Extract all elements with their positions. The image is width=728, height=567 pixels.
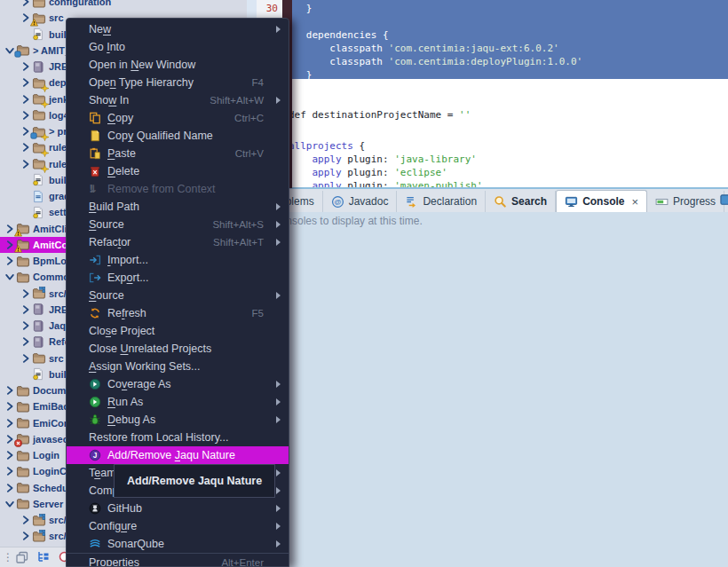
debug-icon bbox=[89, 413, 102, 427]
menu-item-refactor[interactable]: Refactor Shift+Alt+T bbox=[67, 233, 289, 251]
blue-badge-icon bbox=[14, 51, 22, 59]
svg-text:@: @ bbox=[334, 198, 341, 206]
chevron-right-icon[interactable] bbox=[20, 515, 31, 526]
menu-item-delete[interactable]: Delete bbox=[67, 162, 289, 180]
chevron-right-icon[interactable] bbox=[20, 142, 31, 154]
javadoc-icon: @ bbox=[331, 195, 344, 209]
menu-item-label: Export... bbox=[107, 272, 149, 284]
menu-item-go-into[interactable]: Go Into bbox=[67, 38, 289, 56]
chevron-right-icon[interactable] bbox=[4, 450, 15, 461]
menu-item-properties[interactable]: Properties Alt+Enter bbox=[67, 553, 289, 567]
menu-item-new[interactable]: New bbox=[67, 20, 289, 38]
console-icon bbox=[565, 195, 578, 209]
menu-item-sonarqube[interactable]: SonarQube bbox=[67, 535, 289, 553]
export-icon bbox=[89, 272, 102, 285]
project-icon bbox=[16, 497, 30, 510]
github-icon bbox=[89, 502, 102, 516]
menu-item-import[interactable]: Import... bbox=[67, 251, 289, 269]
menu-item-source[interactable]: Source bbox=[67, 287, 289, 304]
bottom-view-tabbar: Problems @ Javadoc Declaration Search Co… bbox=[243, 187, 728, 212]
menu-item-label: Copy Qualified Name bbox=[107, 130, 213, 142]
menu-item-restore-from-local-history[interactable]: Restore from Local History... bbox=[67, 429, 289, 446]
tab-declaration[interactable]: Declaration bbox=[397, 191, 486, 212]
menu-item-export[interactable]: Export... bbox=[67, 269, 289, 287]
menu-item-source-java[interactable]: Source Shift+Alt+S bbox=[67, 216, 289, 233]
menu-item-label: Build Path bbox=[89, 201, 139, 213]
submenu-arrow-icon bbox=[276, 26, 281, 33]
pkg-folder-icon bbox=[32, 287, 46, 300]
chevron-right-icon[interactable] bbox=[4, 401, 15, 413]
menu-item-assign-working-sets[interactable]: Assign Working Sets... bbox=[67, 358, 289, 375]
progress-icon bbox=[655, 195, 669, 209]
chevron-right-icon[interactable] bbox=[4, 256, 15, 267]
chevron-right-icon[interactable] bbox=[20, 303, 31, 315]
menu-item-label: Source bbox=[89, 218, 124, 231]
tab-label: Javadoc bbox=[349, 195, 389, 208]
restore-windows-icon[interactable] bbox=[15, 550, 29, 564]
tree-view-icon[interactable] bbox=[36, 550, 51, 564]
menu-item-close-project[interactable]: Close Project bbox=[67, 322, 289, 340]
gradle-editor[interactable]: } dependencies { classpath 'com.centimia… bbox=[282, 0, 728, 188]
chevron-right-icon[interactable] bbox=[20, 61, 31, 73]
menu-item-add-remove-jaqu-nature[interactable]: J Add/Remove Jaqu Nature bbox=[67, 446, 289, 464]
menu-item-coverage-as[interactable]: Coverage As bbox=[67, 375, 289, 393]
chevron-down-icon[interactable] bbox=[4, 498, 15, 509]
tree-item-configuration[interactable]: configuration bbox=[0, 0, 247, 10]
menu-item-build-path[interactable]: Build Path bbox=[67, 198, 289, 216]
menu-item-configure[interactable]: Configure bbox=[67, 517, 289, 535]
close-tab-icon[interactable]: × bbox=[631, 195, 638, 209]
submenu-arrow-icon bbox=[276, 239, 281, 246]
code-line: dependencies { bbox=[289, 28, 389, 42]
menu-item-remove-from-context[interactable]: !↓ Remove from Context bbox=[67, 180, 289, 198]
code-line: allprojects { bbox=[289, 139, 365, 153]
menu-item-show-in[interactable]: Show In Shift+Alt+W bbox=[67, 91, 289, 109]
tab-console[interactable]: Console × bbox=[556, 190, 647, 212]
chevron-right-icon[interactable] bbox=[20, 158, 31, 169]
chevron-right-icon[interactable] bbox=[20, 93, 31, 105]
chevron-right-icon[interactable] bbox=[20, 352, 31, 364]
chevron-right-icon[interactable] bbox=[20, 77, 31, 89]
menu-item-refresh[interactable]: Refresh F5 bbox=[67, 304, 289, 322]
submenu-arrow-icon bbox=[276, 292, 281, 299]
search-icon bbox=[494, 195, 507, 209]
chevron-right-icon[interactable] bbox=[4, 482, 15, 493]
menu-item-open-type-hierarchy[interactable]: Open Type Hierarchy F4 bbox=[67, 74, 289, 91]
code-line: def destinationProjectName = '' bbox=[289, 108, 471, 122]
coverage-icon bbox=[89, 378, 102, 391]
library-icon bbox=[32, 303, 46, 316]
chevron-right-icon[interactable] bbox=[20, 336, 31, 348]
error-badge-icon bbox=[14, 439, 22, 447]
menu-item-github[interactable]: GitHub bbox=[67, 500, 289, 517]
menu-item-close-unrelated-projects[interactable]: Close Unrelated Projects bbox=[67, 340, 289, 358]
chevron-right-icon[interactable] bbox=[20, 109, 31, 121]
menu-item-debug-as[interactable]: Debug As bbox=[67, 411, 289, 429]
menu-item-shortcut: Shift+Alt+W bbox=[210, 95, 281, 106]
chevron-right-icon[interactable] bbox=[20, 320, 31, 332]
menu-item-open-in-new-window[interactable]: Open in New Window bbox=[67, 56, 289, 74]
tab-javadoc[interactable]: @ Javadoc bbox=[323, 191, 398, 212]
library-icon bbox=[32, 335, 46, 349]
project-icon bbox=[16, 384, 30, 398]
gradle-file-icon bbox=[32, 367, 46, 381]
chevron-right-icon[interactable] bbox=[20, 0, 31, 8]
tab-label: Console bbox=[582, 195, 624, 208]
submenu-arrow-icon bbox=[276, 523, 281, 530]
drag-handle-icon[interactable]: ⋮ bbox=[3, 551, 8, 563]
submenu-arrow-icon bbox=[276, 540, 281, 547]
menu-item-paste[interactable]: Paste Ctrl+V bbox=[67, 145, 289, 162]
chevron-right-icon[interactable] bbox=[20, 287, 31, 299]
menu-item-copy-qualified-name[interactable]: Copy Qualified Name bbox=[67, 127, 289, 145]
menu-item-label: Coverage As bbox=[107, 378, 171, 390]
tab-search[interactable]: Search bbox=[486, 191, 556, 212]
chevron-right-icon[interactable] bbox=[20, 531, 31, 542]
menu-item-copy[interactable]: Copy Ctrl+C bbox=[67, 109, 289, 127]
project-icon bbox=[16, 416, 30, 429]
tab-progress[interactable]: Progress bbox=[647, 191, 724, 212]
chevron-right-icon[interactable] bbox=[4, 417, 15, 429]
remove-context-icon: !↓ bbox=[89, 183, 102, 196]
menu-item-run-as[interactable]: Run As bbox=[67, 393, 289, 411]
library-icon bbox=[32, 319, 46, 333]
chevron-right-icon[interactable] bbox=[4, 385, 15, 397]
chevron-down-icon[interactable] bbox=[4, 272, 15, 283]
chevron-right-icon[interactable] bbox=[4, 466, 15, 477]
